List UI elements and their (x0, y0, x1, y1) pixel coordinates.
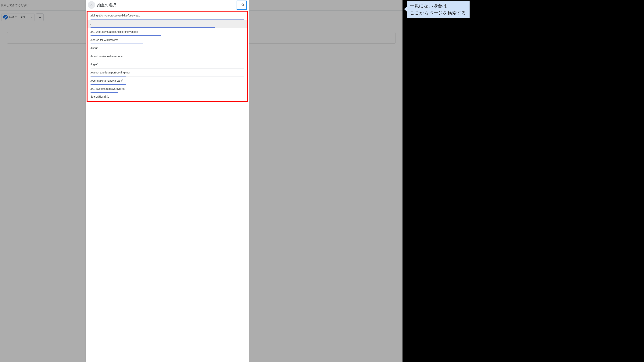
start-point-modal: 始点の選択 /riding-10km-on-crossover-bike-for… (86, 0, 249, 362)
page-list: /riding-10km-on-crossover-bike-for-a-yea… (88, 11, 247, 93)
page-list-item[interactable]: /lineup (88, 44, 247, 52)
callout-line-1: 一覧にない場合は、 (410, 2, 466, 9)
page-list-item-bar (90, 60, 128, 60)
page-list-item[interactable]: /login/ (88, 60, 247, 68)
page-list-item-bar (90, 92, 118, 93)
exploration-chip[interactable]: 経路データ探... ▼ (2, 13, 34, 21)
page-list-item-bar (90, 84, 126, 85)
plus-icon: ＋ (38, 15, 42, 20)
page-list-item-bar (90, 76, 126, 76)
page-list-item-bar (90, 52, 130, 52)
page-list-item-label: / (90, 22, 91, 25)
page-list-item-label: /search-for-wildflowers/ (90, 38, 118, 41)
modal-title: 始点の選択 (97, 2, 238, 7)
page-list-item-label: /event-haneda-airport-cycling-tour (90, 71, 130, 74)
pencil-icon (3, 15, 8, 19)
page-list-item[interactable]: /how-to-nakanoshima-home (88, 52, 247, 60)
page-list-item[interactable]: /007/zoo-atwhatagecanchildrenjoyatzoo/ (88, 28, 247, 36)
page-list-item[interactable]: /007/kyotokamogawa-cycling/ (88, 85, 247, 93)
load-more-button[interactable]: もっと読み込む (88, 93, 247, 101)
global-search-input[interactable] (1, 3, 46, 7)
page-list-item-label: /007/zoo-atwhatagecanchildrenjoyatzoo/ (90, 30, 138, 33)
page-list-item-label: /lineup (90, 46, 98, 50)
chevron-down-icon: ▼ (30, 16, 32, 18)
page-list-item-label: /005/futakotamagawa-park/ (90, 79, 123, 82)
annotation-area: 一覧にない場合は、 ここからページを検索する (402, 0, 644, 362)
callout-arrow (404, 6, 407, 12)
page-list-item[interactable]: /riding-10km-on-crossover-bike-for-a-yea… (88, 11, 247, 19)
page-list-item-bar (90, 43, 143, 44)
page-list-item[interactable]: / (88, 20, 247, 28)
close-icon (90, 3, 94, 7)
search-icon (241, 3, 245, 7)
page-list-item-bar (90, 27, 215, 28)
modal-header: 始点の選択 (86, 0, 249, 10)
close-button[interactable] (88, 1, 95, 9)
page-list-item-bar (90, 68, 128, 68)
add-button[interactable]: ＋ (36, 13, 44, 21)
callout-line-2: ここからページを検索する (410, 9, 466, 16)
page-list-item-bar (90, 19, 244, 19)
page-list-item-label: /riding-10km-on-crossover-bike-for-a-yea… (90, 14, 140, 17)
annotation-callout: 一覧にない場合は、 ここからページを検索する (407, 0, 470, 18)
app-background: 経路データ探... ▼ ＋ 始点 ノードをドロップするか選択してくださ ノードの… (0, 0, 402, 362)
exploration-chip-label: 経路データ探... (9, 15, 28, 19)
page-list-item-label: /login/ (90, 63, 98, 66)
page-list-item-label: /how-to-nakanoshima-home (90, 55, 124, 58)
page-list-item[interactable]: /search-for-wildflowers/ (88, 36, 247, 44)
page-list-item-label: /007/kyotokamogawa-cycling/ (90, 87, 126, 90)
list-highlight-frame: /riding-10km-on-crossover-bike-for-a-yea… (86, 10, 248, 102)
page-list-item[interactable]: /005/futakotamagawa-park/ (88, 77, 247, 85)
modal-search-button[interactable] (239, 1, 247, 9)
page-list-item[interactable]: /event-haneda-airport-cycling-tour (88, 68, 247, 76)
page-list-item-bar (90, 35, 161, 36)
